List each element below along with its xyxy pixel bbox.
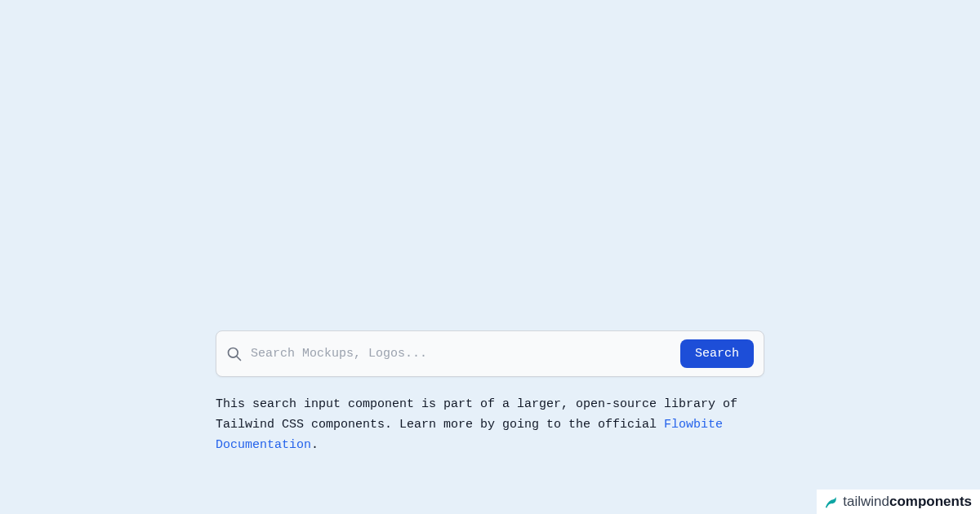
brand-text: tailwindcomponents [843,494,972,510]
description-text: This search input component is part of a… [216,395,764,455]
search-component-container: Search This search input component is pa… [216,330,764,455]
search-icon [226,346,243,362]
search-button[interactable]: Search [680,339,754,368]
description-before: This search input component is part of a… [216,397,737,432]
leaf-icon [823,494,838,509]
footer-brand[interactable]: tailwindcomponents [817,490,980,514]
brand-light: tailwind [843,494,889,509]
description-after: . [311,438,318,452]
brand-bold: components [889,494,972,509]
search-form: Search [216,330,764,377]
search-input[interactable] [251,342,674,366]
